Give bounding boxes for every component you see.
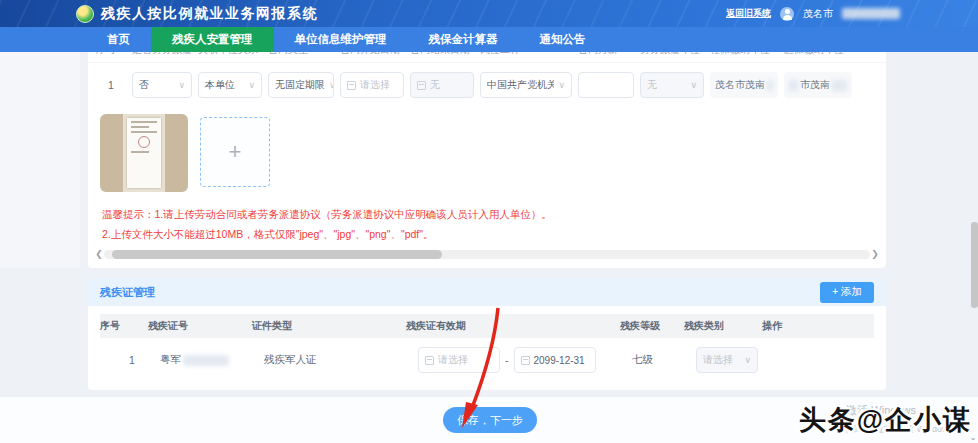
col-header: 医保缴纳单位 <box>784 52 852 57</box>
disability-category-select: 请选择∨ <box>696 347 758 373</box>
add-upload-button[interactable]: + <box>200 117 270 187</box>
user-name: 茂名市 <box>803 7 833 21</box>
vertical-scrollbar-thumb[interactable] <box>971 222 978 308</box>
chevron-down-icon: ∨ <box>329 80 334 90</box>
category-placeholder: 请选择 <box>703 353 733 367</box>
nav-item-home[interactable]: 首页 <box>86 27 151 52</box>
calendar-icon <box>417 81 426 90</box>
end-date-value: 无 <box>430 78 440 92</box>
start-date-placeholder: 请选择 <box>360 78 390 92</box>
col-header: 合同开始日期 <box>340 52 404 57</box>
labor-dispatch-select[interactable]: 否∨ <box>132 72 192 98</box>
col-header: 残疾证有效期 <box>406 319 612 333</box>
cert-validity-range: 请选择 - 2099-12-31 <box>418 347 624 373</box>
cert-table-header: 序号 残疾证号 证件类型 残疾证有效期 残疾等级 残疾类别 操作 <box>100 314 874 338</box>
nav-item-unit-info-management[interactable]: 单位信息维护管理 <box>274 27 408 52</box>
redacted-text <box>832 80 847 91</box>
cert-panel-title: 残疾证管理 <box>100 285 155 300</box>
col-header: 合同类型 <box>268 52 334 57</box>
app-window: 残疾人按比例就业业务网报系统 返回旧系统 茂名市 首页 残疾人安置管理 单位信息… <box>0 0 978 443</box>
unit-relation-select[interactable]: 本单位∨ <box>198 72 262 98</box>
brand: 残疾人按比例就业业务网报系统 <box>76 0 318 27</box>
chevron-down-icon: ∨ <box>248 80 255 90</box>
salary-input[interactable] <box>578 72 634 98</box>
cert-type: 残疾军人证 <box>264 353 410 367</box>
col-header: 合同结束日期 <box>410 52 474 57</box>
col-header: 残疾等级 <box>620 319 676 333</box>
calendar-icon <box>521 356 530 365</box>
cert-panel-header: 残疾证管理 + 添加 <box>88 278 886 306</box>
main-nav: 首页 残疾人安置管理 单位信息维护管理 残保金计算器 通知公告 <box>0 27 978 52</box>
contract-table-header: 序号 是否劳务派遣 关联单位关系 合同类型 合同开始日期 合同结束日期 岗位工种… <box>88 52 886 63</box>
seal-stamp <box>138 136 150 148</box>
app-logo-icon <box>76 5 94 23</box>
horizontal-scrollbar: ❮ ❯ <box>94 248 880 260</box>
redacted-text <box>789 80 798 91</box>
chevron-down-icon: ∨ <box>744 355 751 365</box>
col-header: 序号 <box>100 319 140 333</box>
chevron-down-icon: ∨ <box>558 80 565 90</box>
valid-to-value: 2099-12-31 <box>534 355 585 366</box>
col-header: 社保缴纳单位 <box>710 52 778 57</box>
contract-document-image <box>127 118 161 188</box>
valid-from-input[interactable]: 请选择 <box>418 347 500 373</box>
disability-level: 七级 <box>632 353 688 367</box>
back-to-old-system-link[interactable]: 返回旧系统 <box>726 7 771 20</box>
contract-end-date-input: 无 <box>410 72 474 98</box>
upload-zone: + <box>100 114 270 192</box>
labor-dispatch-value: 否 <box>139 78 149 92</box>
cert-number: 粤军 <box>160 353 256 367</box>
contract-start-date-input[interactable]: 请选择 <box>340 72 404 98</box>
scroll-right-arrow[interactable]: ❯ <box>870 249 880 259</box>
col-header: 证件类型 <box>252 319 398 333</box>
scroll-down-arrow[interactable]: ⌄ <box>968 433 978 443</box>
dispatch-unit-select: 无∨ <box>640 72 704 98</box>
job-type-value: 中国共产党机关人员 <box>487 78 554 92</box>
col-header: 合同月薪 <box>578 52 634 57</box>
user-avatar-icon[interactable] <box>780 7 794 21</box>
row-index: 1 <box>112 354 152 366</box>
job-type-select[interactable]: 中国共产党机关人员∨ <box>480 72 572 98</box>
redacted-text <box>767 80 773 91</box>
cert-row: 1 粤军 残疾军人证 请选择 - 2099-12-31 七级 请选择∨ <box>100 338 874 382</box>
col-header: 操作 <box>762 319 812 333</box>
chevron-down-icon: ∨ <box>178 80 185 90</box>
valid-to-input[interactable]: 2099-12-31 <box>514 347 596 373</box>
social-insurance-unit: 茂名市茂南 <box>710 72 778 98</box>
row-index: 1 <box>96 79 126 91</box>
scroll-left-arrow[interactable]: ❮ <box>94 249 104 259</box>
col-header: 是否劳务派遣 <box>132 52 192 57</box>
valid-from-placeholder: 请选择 <box>438 353 468 367</box>
header-right: 返回旧系统 茂名市 <box>726 0 900 27</box>
left-gutter <box>0 52 80 268</box>
scrollbar-track[interactable] <box>104 250 870 259</box>
tip-line-2: 2.上传文件大小不能超过10MB，格式仅限"jpeg"、"jpg"、"png"、… <box>102 224 822 244</box>
chevron-down-icon: ∨ <box>690 80 697 90</box>
nav-item-notices[interactable]: 通知公告 <box>519 27 607 52</box>
calendar-icon <box>425 356 434 365</box>
range-separator: - <box>505 354 509 366</box>
contract-type-value: 无固定期限 <box>275 78 325 92</box>
social-insurance-unit-text: 茂名市茂南 <box>715 78 765 92</box>
col-header: 关联单位关系 <box>198 52 262 57</box>
save-next-button[interactable]: 保存，下一步 <box>443 407 537 433</box>
unit-relation-value: 本单位 <box>205 78 235 92</box>
contract-type-select[interactable]: 无固定期限∨ <box>268 72 334 98</box>
col-header: 岗位工种 <box>480 52 572 57</box>
dispatch-unit-value: 无 <box>647 78 657 92</box>
uploaded-contract-thumbnail[interactable] <box>100 114 188 192</box>
medical-insurance-unit: 市茂南 <box>784 72 852 98</box>
contract-row: 1 否∨ 本单位∨ 无固定期限∨ 请选择 无 中国共产党机关人员∨ <box>88 63 886 107</box>
nav-item-fund-calculator[interactable]: 残保金计算器 <box>408 27 519 52</box>
nav-item-placement-management[interactable]: 残疾人安置管理 <box>151 27 274 52</box>
calendar-icon <box>347 81 356 90</box>
add-cert-button[interactable]: + 添加 <box>820 282 874 303</box>
col-header: 劳务派遣单位 <box>640 52 704 57</box>
cert-number-prefix: 粤军 <box>160 353 181 365</box>
scrollbar-thumb[interactable] <box>112 250 442 259</box>
cert-panel: 残疾证管理 + 添加 序号 残疾证号 证件类型 残疾证有效期 残疾等级 残疾类别… <box>88 278 886 390</box>
contract-panel: 序号 是否劳务派遣 关联单位关系 合同类型 合同开始日期 合同结束日期 岗位工种… <box>88 52 886 268</box>
tip-line-1: 温馨提示：1.请上传劳动合同或者劳务派遣协议（劳务派遣协议中应明确该人员计入用人… <box>102 204 822 224</box>
col-header: 残疾证号 <box>148 319 244 333</box>
redacted-text <box>183 355 229 366</box>
